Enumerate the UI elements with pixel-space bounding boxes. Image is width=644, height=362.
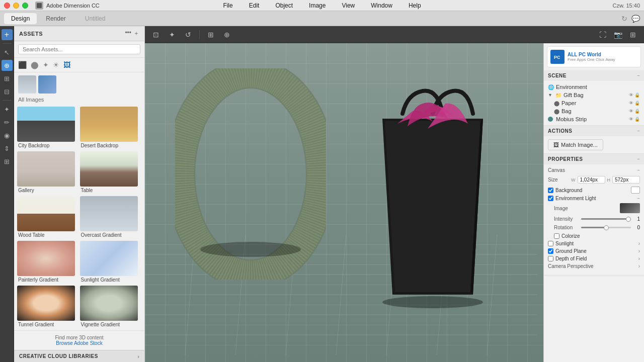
- canvas-area[interactable]: [145, 43, 543, 362]
- depth-of-field-checkbox[interactable]: [548, 256, 553, 261]
- add-button[interactable]: +: [2, 29, 13, 40]
- bag-lock-icon[interactable]: 🔒: [634, 109, 640, 114]
- preview-thumb-1[interactable]: [18, 75, 36, 94]
- crop-btn[interactable]: ⊞: [205, 29, 217, 41]
- sunlight-chevron: ›: [638, 241, 640, 246]
- scene-item-environment[interactable]: 🌐 Environment: [544, 83, 644, 91]
- rotate-btn[interactable]: ↺: [182, 29, 194, 41]
- list-item[interactable]: Vignette Gradient: [80, 286, 142, 329]
- list-item[interactable]: Tunnel Gradient: [17, 286, 79, 329]
- paper-lock-icon[interactable]: 🔒: [634, 101, 640, 106]
- scene-section-header[interactable]: SCENE −: [544, 70, 644, 81]
- asset-type-3d[interactable]: ⬛: [18, 61, 27, 69]
- group-tool[interactable]: ⊞: [2, 156, 13, 167]
- rotation-track[interactable]: [581, 227, 631, 228]
- camera-perspective-row: Camera Perspective ›: [548, 263, 640, 269]
- list-item[interactable]: Sunlight Gradient: [80, 241, 142, 285]
- sun-btn[interactable]: ✦: [166, 29, 178, 41]
- tab-design[interactable]: Design: [4, 13, 37, 24]
- scene-item-gift-bag[interactable]: ▼ 📁 Gift Bag 👁 🔒: [544, 91, 644, 99]
- browse-adobe-stock-link[interactable]: Browse Adobe Stock: [18, 340, 140, 346]
- list-item[interactable]: Gallery: [17, 151, 79, 195]
- list-item[interactable]: Desert Backdrop: [80, 107, 142, 150]
- table-thumb: [80, 151, 138, 187]
- svg-point-16: [382, 296, 483, 308]
- bag-eye-icon[interactable]: 👁: [629, 109, 633, 114]
- intensity-track[interactable]: [581, 218, 631, 220]
- asset-type-image[interactable]: 🖼: [63, 61, 70, 69]
- sync-icon[interactable]: ↻: [621, 15, 627, 23]
- menu-window[interactable]: Window: [368, 2, 395, 9]
- pan-tool[interactable]: ⊟: [2, 86, 13, 97]
- menu-image[interactable]: Image: [306, 2, 329, 9]
- orbit-tool[interactable]: ⊕: [2, 60, 13, 71]
- sunlight-checkbox[interactable]: [548, 241, 553, 246]
- maximize-button[interactable]: [22, 3, 28, 9]
- asset-type-material[interactable]: ⬤: [31, 61, 39, 69]
- fullscreen-btn[interactable]: ⛶: [597, 29, 609, 41]
- paper-eye-icon[interactable]: 👁: [629, 101, 633, 106]
- transform-tool[interactable]: ⇕: [2, 143, 13, 154]
- properties-section-header[interactable]: PROPERTIES −: [544, 154, 644, 164]
- background-checkbox[interactable]: [548, 188, 553, 193]
- chat-icon[interactable]: 💬: [631, 15, 640, 23]
- menu-file[interactable]: File: [220, 2, 235, 9]
- rotation-thumb[interactable]: [604, 225, 609, 230]
- asset-type-light[interactable]: ✦: [43, 61, 49, 69]
- paper-sphere-icon: ⬤: [554, 101, 559, 106]
- asset-type-sun[interactable]: ☀: [53, 61, 59, 69]
- select-tool[interactable]: ↖: [2, 47, 13, 58]
- list-item[interactable]: Wood Table: [17, 196, 79, 240]
- mobius-eye-icon[interactable]: 👁: [629, 117, 633, 122]
- height-value[interactable]: 572px: [612, 176, 640, 184]
- align-btn[interactable]: ⊕: [221, 29, 233, 41]
- cc-libraries-section[interactable]: CREATIVE CLOUD LIBRARIES ›: [14, 350, 144, 362]
- eye-icon[interactable]: 👁: [629, 93, 633, 98]
- environment-light-label: Environment Light: [555, 196, 596, 201]
- magic-wand-tool[interactable]: ✦: [2, 104, 13, 115]
- actions-title: ACTIONS: [548, 128, 573, 134]
- match-image-button[interactable]: 🖼 Match Image...: [548, 139, 603, 150]
- menu-help[interactable]: Help: [406, 2, 424, 9]
- assets-add-icon[interactable]: ＋: [133, 29, 139, 38]
- scene-item-bag[interactable]: ⬤ Bag 👁 🔒: [550, 107, 644, 115]
- environment-light-checkbox[interactable]: [548, 196, 553, 201]
- tab-render[interactable]: Render: [39, 13, 72, 24]
- colorize-checkbox[interactable]: [554, 233, 559, 239]
- paint-tool[interactable]: ✏: [2, 117, 13, 128]
- rotation-row: Rotation 0: [554, 225, 640, 230]
- menu-view[interactable]: View: [339, 2, 358, 9]
- stamp-tool[interactable]: ◉: [2, 130, 13, 141]
- close-button[interactable]: [4, 3, 10, 9]
- actions-section-header[interactable]: ACTIONS −: [544, 126, 644, 136]
- ground-plane-checkbox[interactable]: [548, 248, 553, 254]
- scene-item-mobius[interactable]: Mobius Strip 👁 🔒: [544, 115, 644, 123]
- rotation-label: Rotation: [554, 225, 579, 230]
- intensity-thumb[interactable]: [626, 217, 631, 222]
- mobius-lock-icon[interactable]: 🔒: [634, 117, 640, 122]
- minimize-button[interactable]: [13, 3, 19, 9]
- list-item[interactable]: City Backdrop: [17, 107, 79, 150]
- grid-btn[interactable]: ⊞: [627, 29, 639, 41]
- scene-item-paper[interactable]: ⬤ Paper 👁 🔒: [550, 99, 644, 107]
- list-item[interactable]: Overcast Gradient: [80, 196, 142, 240]
- lock-icon[interactable]: 🔒: [634, 93, 640, 98]
- preview-thumb-2[interactable]: [38, 75, 56, 94]
- menu-object[interactable]: Object: [272, 2, 296, 9]
- list-item[interactable]: Painterly Gradient: [17, 241, 79, 285]
- list-item[interactable]: Table: [80, 151, 142, 195]
- menu-bar: File Edit Object Image View Window Help: [220, 2, 424, 9]
- environment-image-thumb[interactable]: [620, 203, 640, 213]
- rotation-fill: [581, 227, 606, 228]
- search-input[interactable]: [18, 44, 140, 54]
- overcast-thumb: [80, 196, 138, 231]
- width-value[interactable]: 1,024px: [578, 176, 605, 184]
- frame-tool-btn[interactable]: ⊡: [150, 29, 162, 41]
- assets-more-icon[interactable]: •••: [125, 29, 131, 38]
- camera-btn[interactable]: 📷: [612, 29, 624, 41]
- scene-section: SCENE − 🌐 Environment ▼ 📁 Gif: [544, 70, 644, 126]
- zoom-tool[interactable]: ⊞: [2, 73, 13, 84]
- background-color-swatch[interactable]: [631, 187, 640, 194]
- canvas-right-wrapper: ⊡ ✦ ↺ ⊞ ⊕ ⛶ 📷 ⊞: [145, 26, 644, 362]
- menu-edit[interactable]: Edit: [246, 2, 263, 9]
